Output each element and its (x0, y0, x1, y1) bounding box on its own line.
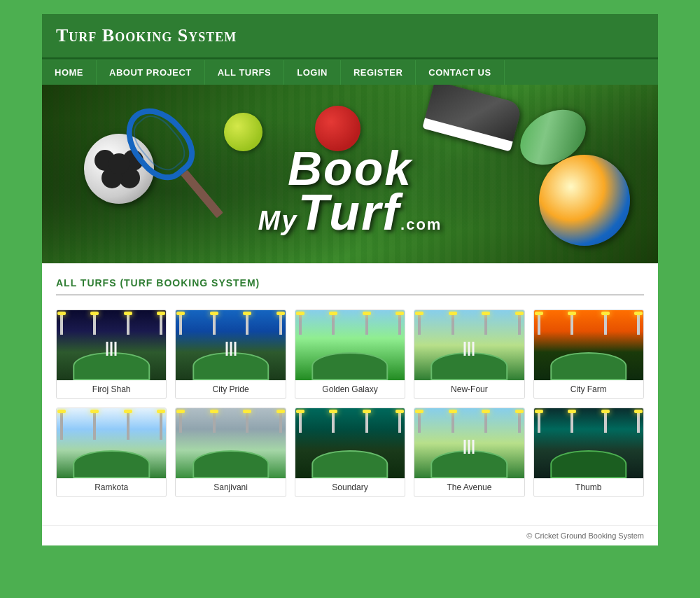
turf-card-2[interactable]: City Pride (175, 310, 286, 399)
turf-image-7 (176, 408, 285, 478)
turf-card-7[interactable]: Sanjivani (175, 408, 286, 497)
site-header: Turf Booking System (42, 14, 658, 60)
turf-card-8[interactable]: Soundary (295, 408, 405, 497)
turf-image-6 (57, 408, 166, 478)
tennis-ball-icon (224, 113, 262, 151)
turf-name-3: Golden Galaxy (295, 380, 405, 398)
section-title: ALL TURFS (TURF BOOKING SYSTEM) (56, 277, 644, 295)
turf-image-3 (295, 310, 405, 380)
turf-image-9 (414, 408, 524, 478)
turf-name-5: City Farm (534, 380, 643, 398)
footer-text: © Cricket Ground Booking System (526, 531, 644, 540)
turf-card-4[interactable]: New-Four (414, 310, 524, 399)
turf-grid: Firoj Shah City Pride (56, 310, 644, 497)
hero-brand-text: Book MyTurf.com (258, 147, 442, 235)
turf-name-2: City Pride (176, 380, 285, 398)
footer: © Cricket Ground Booking System (42, 525, 658, 545)
volleyball-icon (539, 155, 630, 246)
turf-name-8: Soundary (295, 478, 405, 496)
turf-card-5[interactable]: City Farm (533, 310, 644, 399)
book-text: Book MyTurf.com (258, 147, 442, 235)
turf-image-4 (414, 310, 524, 380)
turf-card-3[interactable]: Golden Galaxy (295, 310, 405, 399)
content-area: ALL TURFS (TURF BOOKING SYSTEM) Firoj Sh… (42, 263, 658, 525)
turf-name-4: New-Four (414, 380, 524, 398)
turf-card-6[interactable]: Ramkota (56, 408, 167, 497)
turf-image-1 (57, 310, 166, 380)
site-title: Turf Booking System (56, 25, 644, 46)
turf-image-5 (534, 310, 643, 380)
turf-image-8 (295, 408, 405, 478)
turf-card-1[interactable]: Firoj Shah (56, 310, 167, 399)
turf-name-7: Sanjivani (176, 478, 285, 496)
nav-about[interactable]: ABOUT PROJECT (97, 60, 205, 85)
hero-banner: Book MyTurf.com (42, 85, 658, 263)
turf-image-2 (176, 310, 285, 380)
nav-login[interactable]: LOGIN (284, 60, 341, 85)
turf-image-10 (534, 408, 643, 478)
turf-name-9: The Avenue (414, 478, 524, 496)
turf-name-1: Firoj Shah (57, 380, 166, 398)
nav-register[interactable]: REGISTER (341, 60, 416, 85)
nav-contact[interactable]: CONTACT US (416, 60, 504, 85)
nav-all-turfs[interactable]: ALL TURFS (205, 60, 284, 85)
nav-home[interactable]: HOME (42, 60, 97, 85)
turf-card-9[interactable]: The Avenue (414, 408, 524, 497)
turf-name-10: Thumb (534, 478, 643, 496)
turf-card-10[interactable]: Thumb (533, 408, 644, 497)
turf-name-6: Ramkota (57, 478, 166, 496)
navbar: HOME ABOUT PROJECT ALL TURFS LOGIN REGIS… (42, 60, 658, 85)
